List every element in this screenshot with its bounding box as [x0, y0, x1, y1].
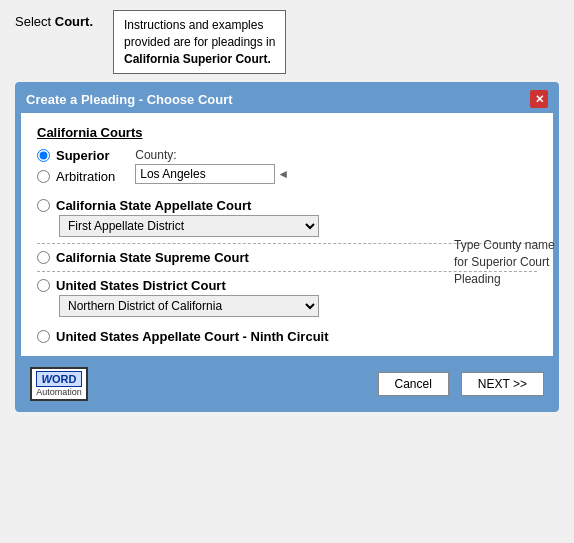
superior-label[interactable]: Superior	[56, 148, 109, 163]
dialog-content: California Courts Superior Arbitration C…	[21, 113, 553, 356]
county-label: County:	[135, 148, 289, 162]
instruction-box: Instructions and examples provided are f…	[113, 10, 286, 74]
us-district-dropdown[interactable]: Northern District of California Central …	[59, 295, 319, 317]
instruction-line1: Instructions and examples	[124, 18, 263, 32]
instruction-highlight: California Superior Court.	[124, 52, 271, 66]
california-courts-title: California Courts	[37, 125, 537, 140]
us-district-label[interactable]: United States District Court	[56, 278, 226, 293]
arbitration-radio-row: Arbitration	[37, 169, 115, 184]
us-district-radio[interactable]	[37, 279, 50, 292]
footer-buttons: Cancel NEXT >>	[378, 372, 545, 396]
county-input[interactable]	[135, 164, 275, 184]
word-logo-top: WORD	[36, 371, 82, 387]
us-district-section: Northern District of California Central …	[59, 295, 537, 317]
word-logo-bottom: Automation	[36, 387, 82, 397]
us-appellate-radio-row: United States Appellate Court - Ninth Ci…	[37, 329, 537, 344]
superior-radio-row: Superior	[37, 148, 115, 163]
appellate-radio[interactable]	[37, 199, 50, 212]
appellate-district-section: First Appellate District Second Appellat…	[59, 215, 537, 237]
select-court-label: Select Court.	[15, 14, 93, 29]
arbitration-radio[interactable]	[37, 170, 50, 183]
dialog-titlebar: Create a Pleading - Choose Court ✕	[18, 85, 556, 113]
supreme-label[interactable]: California State Supreme Court	[56, 250, 249, 265]
cancel-button[interactable]: Cancel	[378, 372, 449, 396]
instruction-line2: provided are for pleadings in	[124, 35, 275, 49]
county-section: County: ◄	[135, 148, 289, 184]
us-appellate-radio[interactable]	[37, 330, 50, 343]
court-bold: Court.	[55, 14, 93, 29]
dialog-title: Create a Pleading - Choose Court	[26, 92, 233, 107]
appellate-radio-row: California State Appellate Court	[37, 198, 537, 213]
dialog-footer: WORD Automation Cancel NEXT >>	[18, 359, 556, 409]
top-area: Select Court. Instructions and examples …	[0, 0, 574, 82]
word-automation-logo: WORD Automation	[30, 367, 88, 401]
us-appellate-label[interactable]: United States Appellate Court - Ninth Ci…	[56, 329, 329, 344]
appellate-district-dropdown[interactable]: First Appellate District Second Appellat…	[59, 215, 319, 237]
supreme-radio[interactable]	[37, 251, 50, 264]
close-button[interactable]: ✕	[530, 90, 548, 108]
superior-radio[interactable]	[37, 149, 50, 162]
arbitration-label[interactable]: Arbitration	[56, 169, 115, 184]
side-note: Type County name for Superior Court Plea…	[454, 237, 569, 287]
appellate-label[interactable]: California State Appellate Court	[56, 198, 251, 213]
next-button[interactable]: NEXT >>	[461, 372, 544, 396]
county-arrow-icon: ◄	[277, 167, 289, 181]
